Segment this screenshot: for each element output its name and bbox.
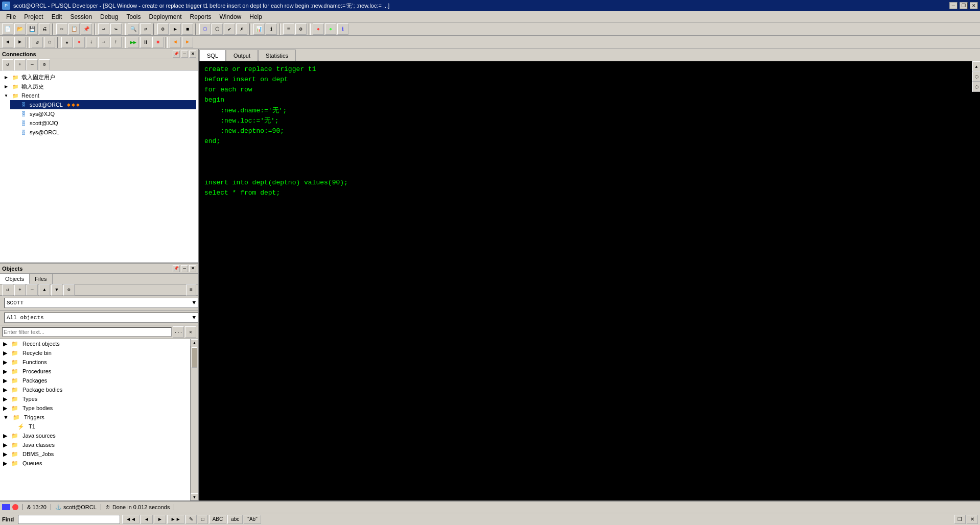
obj-view-button[interactable]: ≡ — [186, 284, 196, 296]
obj-tree-item-types[interactable]: ▶ 📁 Types — [0, 394, 190, 403]
obj-tree-item-functions[interactable]: ▶ 📁 Functions — [0, 357, 190, 367]
find-input[interactable] — [18, 515, 120, 524]
right-icon-1[interactable]: ▲ — [972, 61, 980, 71]
conn-refresh-button[interactable]: ↺ — [2, 59, 13, 70]
tb2-bookmark[interactable]: ★ — [61, 37, 73, 48]
tb-explain-button[interactable]: 📊 — [253, 23, 265, 35]
menu-file[interactable]: File — [2, 11, 20, 22]
obj-tree-item-java-sources[interactable]: ▶ 📁 Java sources — [0, 431, 190, 440]
connections-minimize-button[interactable]: ─ — [181, 51, 188, 58]
tb2-home[interactable]: ⌂ — [44, 37, 55, 48]
tb-cut-button[interactable]: ✂ — [56, 23, 67, 35]
tb-print-button[interactable]: 🖨 — [39, 23, 50, 35]
tb-import-button[interactable]: ● — [313, 23, 324, 35]
conn-add-button[interactable]: + — [14, 59, 26, 70]
objects-close-button[interactable]: ✕ — [189, 265, 196, 272]
tb-info-button[interactable]: ℹ — [337, 23, 348, 35]
tb-replace-button[interactable]: ⇄ — [140, 23, 151, 35]
connections-tree[interactable]: ▶ 📁 载入固定用户 ▶ 📁 输入历史 ▼ 📁 Recent 🗄 — [0, 70, 198, 262]
tb-commit-button[interactable]: ✔ — [224, 23, 235, 35]
title-bar-controls[interactable]: ─ ❐ ✕ — [949, 2, 978, 9]
tb-search-button[interactable]: 🔍 — [128, 23, 139, 35]
obj-down-button[interactable]: ▼ — [51, 284, 62, 296]
find-quote-button[interactable]: "Ab" — [244, 515, 261, 524]
filter-options-button[interactable]: ... — [173, 326, 184, 338]
close-button[interactable]: ✕ — [970, 2, 978, 9]
filter-clear-button[interactable]: ✕ — [185, 326, 196, 338]
scroll-down-button[interactable]: ▼ — [191, 493, 198, 500]
conn-tree-item-scott-xjq[interactable]: 🗄 scott@XJQ — [10, 118, 196, 128]
tb-rollback-button[interactable]: ✗ — [236, 23, 247, 35]
obj-tree-item-procedures[interactable]: ▶ 📁 Procedures — [0, 367, 190, 376]
find-restore-button[interactable]: ❐ — [954, 515, 966, 524]
obj-up-button[interactable]: ▲ — [39, 284, 50, 296]
obj-tree-item-packages[interactable]: ▶ 📁 Packages — [0, 376, 190, 385]
tb2-breakpoint[interactable]: ● — [74, 37, 85, 48]
tb-run-button[interactable]: ▶ — [170, 23, 181, 35]
tb2-arrow-left[interactable]: ◄ — [170, 37, 181, 48]
find-case-button[interactable]: □ — [198, 515, 208, 524]
conn-tree-item-history[interactable]: ▶ 📁 输入历史 — [2, 82, 196, 91]
tb-new-button[interactable]: 📄 — [2, 23, 13, 35]
tb-redo-button[interactable]: ↪ — [110, 23, 122, 35]
obj-tree-item-java-classes[interactable]: ▶ 📁 Java classes — [0, 440, 190, 449]
tb-paste-button[interactable]: 📌 — [81, 23, 92, 35]
tb2-nav-fwd[interactable]: ► — [14, 37, 26, 48]
tb2-arrow-right[interactable]: ► — [182, 37, 193, 48]
tb2-debug-pause[interactable]: ⏸ — [140, 37, 151, 48]
objects-tree[interactable]: ▶ 📁 Recent objects ▶ 📁 Recycle bin ▶ 📁 — [0, 339, 198, 500]
obj-tree-item-package-bodies[interactable]: ▶ 📁 Package bodies — [0, 385, 190, 394]
scroll-up-button[interactable]: ▲ — [191, 339, 198, 346]
connections-close-button[interactable]: ✕ — [189, 51, 196, 58]
find-lowercase-button[interactable]: abc — [227, 515, 243, 524]
objects-scrollbar[interactable]: ▲ ▼ — [190, 339, 198, 500]
menu-deployment[interactable]: Deployment — [145, 11, 185, 22]
scroll-track[interactable] — [191, 346, 198, 493]
tb-describe-button[interactable]: ℹ — [266, 23, 277, 35]
tb2-nav-back[interactable]: ◄ — [2, 37, 13, 48]
obj-tree-item-triggers[interactable]: ▼ 📁 Triggers — [0, 413, 190, 422]
conn-tree-item-scott-orcl[interactable]: 🗄 scott@ORCL ◆ ◆ ◆ — [10, 100, 196, 109]
tab-output[interactable]: Output — [226, 50, 258, 61]
obj-tree-item-queues[interactable]: ▶ 📁 Queues — [0, 459, 190, 468]
obj-remove-button[interactable]: ─ — [27, 284, 38, 296]
tb2-step-over[interactable]: → — [98, 37, 109, 48]
obj-tree-item-recent-objects[interactable]: ▶ 📁 Recent objects — [0, 339, 190, 348]
tb-save-button[interactable]: 💾 — [27, 23, 38, 35]
tb-copy-button[interactable]: 📋 — [68, 23, 80, 35]
restore-button[interactable]: ❐ — [960, 2, 968, 9]
obj-tree-item-type-bodies[interactable]: ▶ 📁 Type bodies — [0, 403, 190, 413]
tb2-step-into[interactable]: ↓ — [86, 37, 97, 48]
object-type-select[interactable]: All objects ▼ — [4, 313, 198, 323]
tab-files[interactable]: Files — [30, 274, 52, 284]
scroll-thumb[interactable] — [192, 347, 197, 368]
connections-pin-button[interactable]: 📌 — [173, 51, 180, 58]
menu-edit[interactable]: Edit — [48, 11, 66, 22]
objects-minimize-button[interactable]: ─ — [181, 265, 188, 272]
find-last-button[interactable]: ►► — [167, 515, 184, 524]
find-prev-button[interactable]: ◄ — [141, 515, 153, 524]
tb2-refresh[interactable]: ↺ — [32, 37, 43, 48]
conn-tree-item-sys-xjq[interactable]: 🗄 sys@XJQ — [10, 109, 196, 118]
right-icon-2[interactable]: ⬡ — [972, 71, 980, 82]
minimize-button[interactable]: ─ — [949, 2, 958, 9]
tb-options-button[interactable]: ⚙ — [295, 23, 307, 35]
find-edit-button[interactable]: ✎ — [185, 515, 197, 524]
tab-objects[interactable]: Objects — [0, 274, 30, 284]
objects-pin-button[interactable]: 📌 — [173, 265, 180, 272]
tb-undo-button[interactable]: ↩ — [98, 23, 109, 35]
filter-input[interactable] — [2, 327, 172, 337]
find-close-button[interactable]: ✕ — [967, 515, 978, 524]
find-first-button[interactable]: ◄◄ — [122, 515, 139, 524]
tb-export-button[interactable]: ● — [325, 23, 336, 35]
tb2-debug-run[interactable]: ▶▶ — [128, 37, 139, 48]
obj-tree-item-t1[interactable]: ⚡ T1 — [0, 422, 190, 431]
obj-refresh-button[interactable]: ↺ — [2, 284, 13, 296]
conn-tree-item-fixed-users[interactable]: ▶ 📁 载入固定用户 — [2, 73, 196, 82]
tab-statistics[interactable]: Statistics — [258, 50, 296, 61]
tb-disconnect-button[interactable]: ⬡ — [212, 23, 223, 35]
conn-remove-button[interactable]: ─ — [27, 59, 38, 70]
menu-help[interactable]: Help — [245, 11, 266, 22]
tb-open-button[interactable]: 📂 — [14, 23, 26, 35]
tab-sql[interactable]: SQL — [199, 50, 226, 61]
